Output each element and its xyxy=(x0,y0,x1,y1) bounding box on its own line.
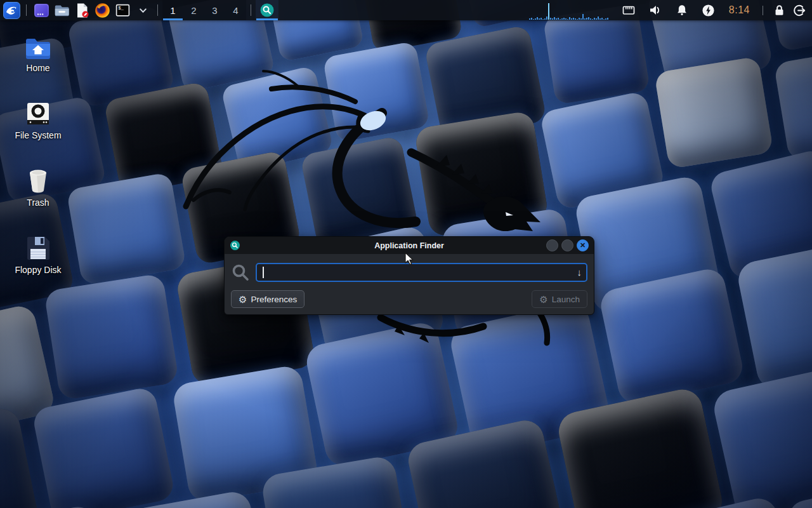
panel-separator xyxy=(763,6,763,15)
gear-icon: ⚙ xyxy=(239,295,247,304)
panel-separator xyxy=(251,4,251,16)
kali-menu-icon xyxy=(3,2,20,19)
purple-terminal-icon xyxy=(34,3,49,18)
cube xyxy=(773,46,812,161)
logout-button[interactable] xyxy=(789,0,809,20)
dialog-body: ↓ ⚙ Preferences ⚙ Launch xyxy=(225,254,594,314)
titlebar[interactable]: Application Finder ✕ xyxy=(225,237,594,254)
system-tray xyxy=(615,0,722,20)
dropdown-arrow-icon[interactable]: ↓ xyxy=(577,267,582,277)
desktop-icon-home[interactable]: Home xyxy=(9,36,67,74)
panel-separator xyxy=(26,4,27,16)
panel-separator xyxy=(157,4,158,16)
launcher-text-editor[interactable] xyxy=(72,0,92,20)
app-finder-icon xyxy=(259,3,275,18)
application-finder-icon xyxy=(230,240,240,251)
trash-icon xyxy=(25,168,51,194)
maximize-button[interactable] xyxy=(561,239,573,251)
file-manager-icon xyxy=(53,2,70,18)
power-manager-icon xyxy=(701,3,716,18)
workspace-button-3[interactable]: 3 xyxy=(204,0,225,20)
terminal-dropdown-button[interactable] xyxy=(133,0,153,20)
desktop-icon-file-system[interactable]: File System xyxy=(9,102,67,141)
launcher-terminal[interactable]: $_ xyxy=(112,0,133,20)
launcher-terminal-purple[interactable] xyxy=(31,0,51,20)
notifications-tray-button[interactable] xyxy=(672,0,692,20)
lock-icon xyxy=(772,3,787,18)
firefox-icon xyxy=(95,3,110,18)
cube xyxy=(44,273,179,401)
search-icon xyxy=(231,263,250,282)
bell-icon xyxy=(675,3,689,17)
clock[interactable]: 8:14 xyxy=(725,4,754,17)
search-input[interactable] xyxy=(256,263,587,282)
cube xyxy=(654,56,773,169)
workspace-button-2[interactable]: 2 xyxy=(183,0,204,20)
volume-tray-button[interactable] xyxy=(645,0,665,20)
top-panel: $_ 1 2 3 4 xyxy=(0,0,812,20)
svg-text:$_: $_ xyxy=(118,6,124,11)
minimize-button[interactable] xyxy=(546,239,558,251)
launch-gear-icon: ⚙ xyxy=(539,295,547,304)
workspace-label: 1 xyxy=(170,5,175,16)
close-button[interactable]: ✕ xyxy=(577,239,589,251)
chevron-down-icon xyxy=(139,6,147,15)
launch-label: Launch xyxy=(552,295,580,304)
home-folder-icon xyxy=(23,36,53,60)
applications-menu-button[interactable] xyxy=(1,0,22,20)
desktop-icon-label: Trash xyxy=(27,197,49,208)
terminal-icon: $_ xyxy=(115,3,131,18)
desktop-icon-trash[interactable]: Trash xyxy=(9,168,67,208)
desktop-icon-label: File System xyxy=(15,130,61,140)
cube xyxy=(322,41,430,143)
cube xyxy=(31,386,176,508)
launcher-firefox[interactable] xyxy=(92,0,112,20)
appfinder-taskbar-button[interactable] xyxy=(256,0,278,20)
volume-icon xyxy=(648,3,663,18)
cpu-graph[interactable] xyxy=(529,0,612,20)
desktop-icon-floppy-disk[interactable]: Floppy Disk xyxy=(9,235,67,276)
floppy-disk-icon xyxy=(25,235,51,262)
text-editor-icon xyxy=(74,3,90,18)
network-icon xyxy=(621,3,636,18)
cube xyxy=(598,266,745,406)
lock-screen-button[interactable] xyxy=(769,0,789,20)
workspace-label: 2 xyxy=(191,5,196,16)
logout-icon xyxy=(792,3,807,18)
preferences-button[interactable]: ⚙ Preferences xyxy=(231,290,304,308)
desktop-icon-label: Floppy Disk xyxy=(15,265,61,275)
desktop-icon-label: Home xyxy=(26,63,49,73)
cube xyxy=(66,172,187,286)
file-system-drive-icon xyxy=(25,102,51,127)
network-tray-button[interactable] xyxy=(619,0,639,20)
power-manager-tray-button[interactable] xyxy=(698,0,719,20)
workspace-button-1[interactable]: 1 xyxy=(162,0,183,20)
workspace-label: 4 xyxy=(233,5,238,16)
launcher-file-manager[interactable] xyxy=(51,0,72,20)
application-finder-window: Application Finder ✕ ↓ xyxy=(224,236,594,315)
window-title: Application Finder xyxy=(225,241,594,250)
text-caret xyxy=(263,267,264,278)
launch-button[interactable]: ⚙ Launch xyxy=(532,290,587,308)
preferences-label: Preferences xyxy=(251,295,297,304)
workspace-button-4[interactable]: 4 xyxy=(225,0,246,20)
workspace-label: 3 xyxy=(212,5,217,16)
cube xyxy=(710,363,812,508)
